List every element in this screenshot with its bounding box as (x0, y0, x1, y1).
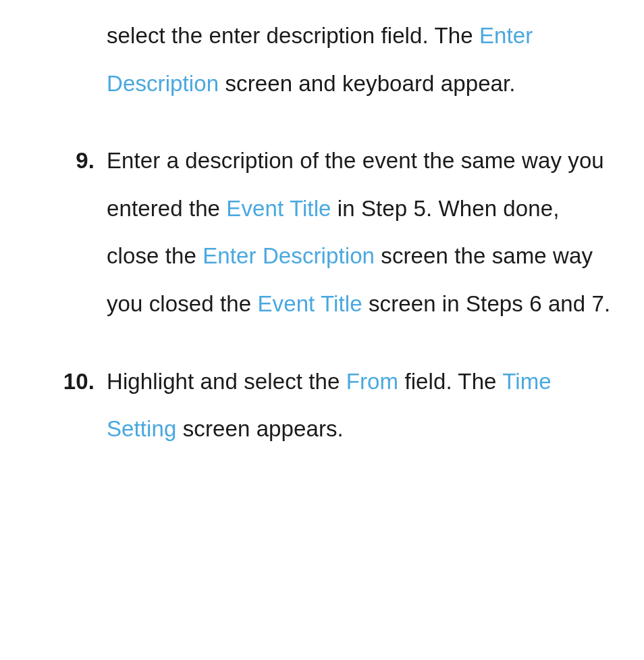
ui-term: Event Title (226, 196, 331, 221)
step-body: Highlight and select the From field. The… (107, 369, 552, 442)
document-page: select the enter description field. The … (0, 0, 644, 453)
step-text-run: screen in Steps 6 and 7. (363, 291, 611, 316)
ui-term: Event Title (257, 291, 362, 316)
step-body: select the enter description field. The … (107, 23, 533, 96)
step-text-run: Highlight and select the (107, 369, 346, 394)
step-text-run: field. The (398, 369, 502, 394)
step-number: 9. (27, 137, 95, 185)
step-text-run: select the enter description field. The (107, 23, 479, 48)
step-body: Enter a description of the event the sam… (107, 148, 610, 316)
step-text-run: screen and keyboard appear. (219, 71, 515, 96)
step-list: select the enter description field. The … (27, 12, 617, 453)
ui-term: From (346, 369, 398, 394)
step-item: 9. Enter a description of the event the … (27, 137, 617, 328)
step-number: 10. (27, 358, 95, 406)
step-text-run: screen appears. (176, 416, 343, 441)
ui-term: Enter Description (203, 243, 375, 268)
step-item: 10. Highlight and select the From field.… (27, 358, 617, 453)
step-item-continuation: select the enter description field. The … (27, 12, 617, 107)
